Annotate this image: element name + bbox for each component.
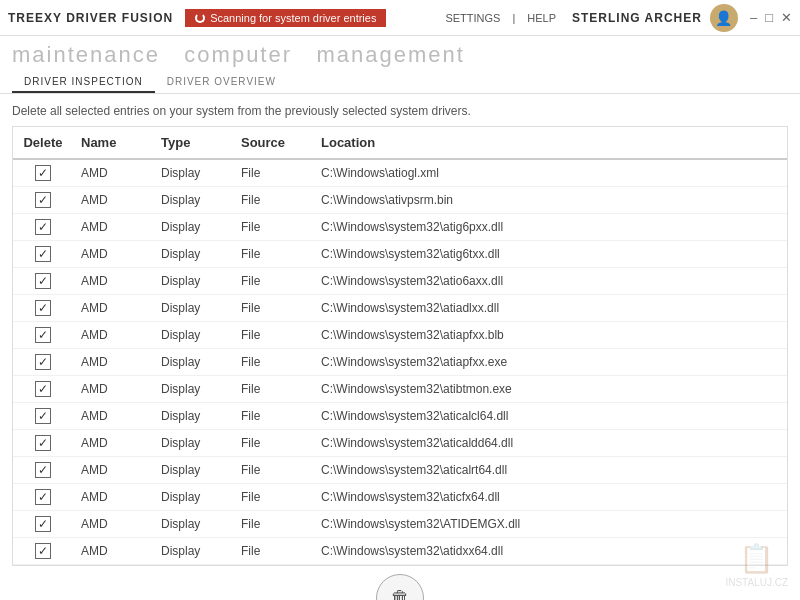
checkbox-cell[interactable] [13, 214, 73, 241]
cell-location: C:\Windows\system32\aticaldd64.dll [313, 430, 787, 457]
cell-type: Display [153, 241, 233, 268]
cell-source: File [233, 565, 313, 567]
cell-source: File [233, 484, 313, 511]
checkbox-cell[interactable] [13, 159, 73, 187]
checkbox-cell[interactable] [13, 241, 73, 268]
cell-name: AMD [73, 565, 153, 567]
cell-name: AMD [73, 187, 153, 214]
cell-type: Display [153, 295, 233, 322]
app-main-title: maintenance computer management [12, 42, 788, 68]
tab-driver-overview[interactable]: DRIVER OVERVIEW [155, 72, 288, 93]
scanning-badge: Scanning for system driver entries [185, 9, 386, 27]
driver-table-container[interactable]: Delete Name Type Source Location AMDDisp… [12, 126, 788, 566]
user-name: STERLING ARCHER [572, 11, 702, 25]
table-row: AMDDisplayFileC:\Windows\system32\atiapf… [13, 349, 787, 376]
checkbox-cell[interactable] [13, 484, 73, 511]
close-button[interactable]: ✕ [781, 10, 792, 25]
table-row: AMDDisplayFileC:\Windows\system32\aticfx… [13, 484, 787, 511]
cell-location: C:\Windows\ativpsrm.bin [313, 187, 787, 214]
cell-type: Display [153, 403, 233, 430]
checkbox[interactable] [35, 408, 51, 424]
cell-name: AMD [73, 295, 153, 322]
checkbox[interactable] [35, 246, 51, 262]
checkbox[interactable] [35, 300, 51, 316]
maximize-button[interactable]: □ [765, 10, 773, 25]
nav-separator: | [512, 12, 515, 24]
cell-location: C:\Windows\atiogl.xml [313, 159, 787, 187]
delete-button[interactable]: 🗑 [376, 574, 424, 600]
col-type: Type [153, 127, 233, 159]
checkbox-cell[interactable] [13, 268, 73, 295]
checkbox-cell[interactable] [13, 187, 73, 214]
cell-name: AMD [73, 322, 153, 349]
cell-name: AMD [73, 159, 153, 187]
cell-location: C:\Windows\system32\aticalcl64.dll [313, 403, 787, 430]
checkbox[interactable] [35, 165, 51, 181]
cell-type: Display [153, 430, 233, 457]
settings-link[interactable]: SETTINGS [445, 12, 500, 24]
cell-location: C:\Windows\system32\atimpc64.dll [313, 565, 787, 567]
table-row: AMDDisplayFileC:\Windows\system32\atig6t… [13, 241, 787, 268]
checkbox-cell[interactable] [13, 538, 73, 565]
checkbox-cell[interactable] [13, 376, 73, 403]
cell-name: AMD [73, 349, 153, 376]
checkbox-cell[interactable] [13, 295, 73, 322]
cell-location: C:\Windows\system32\ATIDEMGX.dll [313, 511, 787, 538]
cell-type: Display [153, 565, 233, 567]
cell-name: AMD [73, 214, 153, 241]
checkbox[interactable] [35, 543, 51, 559]
cell-location: C:\Windows\system32\atiadlxx.dll [313, 295, 787, 322]
table-row: AMDDisplayFileC:\Windows\system32\atical… [13, 457, 787, 484]
cell-name: AMD [73, 484, 153, 511]
cell-type: Display [153, 268, 233, 295]
cell-location: C:\Windows\system32\atio6axx.dll [313, 268, 787, 295]
table-row: AMDDisplayFileC:\Windows\system32\atibtm… [13, 376, 787, 403]
app-title: TREEXY DRIVER FUSION [8, 11, 173, 25]
tab-bar: DRIVER INSPECTION DRIVER OVERVIEW [12, 72, 788, 93]
checkbox[interactable] [35, 462, 51, 478]
avatar: 👤 [710, 4, 738, 32]
checkbox[interactable] [35, 219, 51, 235]
table-row: AMDDisplayFileC:\Windows\system32\atiadl… [13, 295, 787, 322]
app-header: maintenance computer management DRIVER I… [0, 36, 800, 94]
checkbox-cell[interactable] [13, 403, 73, 430]
cell-source: File [233, 268, 313, 295]
table-row: AMDDisplayFileC:\Windows\system32\ATIDEM… [13, 511, 787, 538]
table-row: AMDDisplayFileC:\Windows\system32\atiapf… [13, 322, 787, 349]
checkbox[interactable] [35, 273, 51, 289]
checkbox[interactable] [35, 381, 51, 397]
checkbox[interactable] [35, 192, 51, 208]
checkbox[interactable] [35, 435, 51, 451]
cell-source: File [233, 403, 313, 430]
checkbox[interactable] [35, 516, 51, 532]
minimize-button[interactable]: – [750, 10, 757, 25]
cell-type: Display [153, 349, 233, 376]
title-bar: TREEXY DRIVER FUSION Scanning for system… [0, 0, 800, 36]
checkbox-cell[interactable] [13, 565, 73, 567]
tab-driver-inspection[interactable]: DRIVER INSPECTION [12, 72, 155, 93]
cell-source: File [233, 376, 313, 403]
checkbox-cell[interactable] [13, 430, 73, 457]
checkbox-cell[interactable] [13, 322, 73, 349]
checkbox-cell[interactable] [13, 349, 73, 376]
checkbox[interactable] [35, 489, 51, 505]
cell-source: File [233, 538, 313, 565]
cell-source: File [233, 349, 313, 376]
cell-source: File [233, 295, 313, 322]
cell-location: C:\Windows\system32\atiapfxx.blb [313, 322, 787, 349]
cell-type: Display [153, 322, 233, 349]
cell-name: AMD [73, 376, 153, 403]
help-link[interactable]: HELP [527, 12, 556, 24]
cell-name: AMD [73, 538, 153, 565]
col-location: Location [313, 127, 787, 159]
checkbox[interactable] [35, 354, 51, 370]
cell-name: AMD [73, 268, 153, 295]
checkbox[interactable] [35, 327, 51, 343]
checkbox-cell[interactable] [13, 511, 73, 538]
watermark-icon: 📋 [725, 542, 788, 575]
nav-links: SETTINGS | HELP [445, 12, 556, 24]
cell-source: File [233, 511, 313, 538]
checkbox-cell[interactable] [13, 457, 73, 484]
table-row: AMDDisplayFileC:\Windows\system32\atical… [13, 430, 787, 457]
cell-location: C:\Windows\system32\atibtmon.exe [313, 376, 787, 403]
